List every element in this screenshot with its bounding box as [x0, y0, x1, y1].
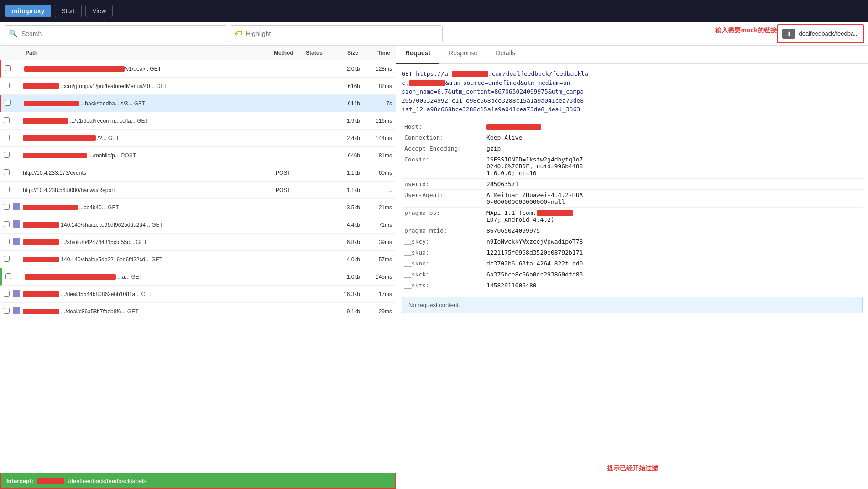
row-method: POST	[276, 187, 308, 193]
detail-content: GET https://a..com/dealfeedback/feedback…	[396, 64, 868, 489]
row-time: 144ms	[360, 135, 392, 141]
row-checkbox[interactable]	[4, 187, 13, 194]
row-time: 71ms	[360, 222, 392, 228]
row-checkbox[interactable]	[4, 169, 13, 177]
row-size: 1.0kb	[335, 274, 360, 280]
header-key: __skcy:	[402, 236, 484, 247]
row-path: 140.140/shaitu/5db2216ee6fd22cd... GET	[23, 256, 276, 263]
intercept-section: ⏸ dealfeedback/feedba...	[777, 24, 864, 43]
row-size: 16.3kb	[335, 291, 360, 297]
col-header-size: Size	[333, 50, 358, 56]
row-path: .com/group/v1/poi/featuredMenus/40... GE…	[23, 83, 276, 89]
table-row[interactable]: .../v1/deal/recomm...colla... GET 1.9kb …	[0, 112, 396, 130]
row-checkbox[interactable]	[4, 239, 13, 246]
row-size: 9.1kb	[335, 308, 360, 315]
header-value: Keep-Alive	[484, 132, 863, 143]
row-size: 4.4kb	[335, 222, 360, 228]
header-value: df3702b6-63fa-4264-822f-bd0	[484, 258, 863, 269]
header-value: gzip	[484, 143, 863, 154]
table-row[interactable]: .../shaitu/b424744315cfd55c... GET 6.8kb…	[0, 234, 396, 251]
brand-button[interactable]: mitmproxy	[5, 5, 51, 17]
header-key: __skts:	[402, 280, 484, 291]
tab-request[interactable]: Request	[396, 46, 439, 64]
row-time: 60ms	[360, 170, 392, 176]
traffic-panel: Path Method Status Size Time /v1/deal/..…	[0, 46, 396, 489]
header-key: __skua:	[402, 247, 484, 258]
header-key: User-Agent:	[402, 189, 484, 207]
header-row-connection: Connection: Keep-Alive	[402, 132, 863, 143]
row-checkbox[interactable]	[5, 65, 14, 73]
row-path: http://10.4.238.56:8080/hanwu/Report	[23, 187, 276, 193]
row-icon	[13, 220, 23, 229]
row-size: 1.9kb	[335, 118, 360, 124]
header-key: Cookie:	[402, 154, 484, 178]
row-checkbox[interactable]	[5, 100, 14, 107]
row-icon	[13, 307, 23, 316]
detail-tabs: Request Response Details	[396, 46, 868, 64]
traffic-header: Path Method Status Size Time	[0, 46, 396, 60]
table-row[interactable]: .../deal/c86a58b7faeb8f6... GET 9.1kb 29…	[0, 303, 396, 320]
main-content: Path Method Status Size Time /v1/deal/..…	[0, 46, 868, 489]
header-row-host: Host:	[402, 121, 863, 132]
view-nav-button[interactable]: View	[85, 5, 113, 17]
table-row[interactable]: /v1/deal/...GET 2.0kb 128ms	[0, 60, 396, 78]
row-checkbox[interactable]	[4, 221, 13, 229]
row-time: 17ms	[360, 291, 392, 297]
pause-button[interactable]: ⏸	[782, 29, 795, 39]
search-input[interactable]	[21, 30, 222, 37]
row-size: 1.1kb	[335, 170, 360, 176]
search-section: 🔍	[4, 25, 227, 42]
header-row-skcy: __skcy: n9IoNwckkYWxzcejVpwadipoT78	[402, 236, 863, 247]
row-path: /?... GET	[23, 135, 276, 141]
table-row[interactable]: http://10.4.238.56:8080/hanwu/Report POS…	[0, 182, 396, 199]
header-row-accept-encoding: Accept-Encoding: gzip	[402, 143, 863, 154]
row-time: 21ms	[360, 204, 392, 211]
highlight-section: 🏷	[230, 25, 443, 42]
row-method: POST	[276, 170, 308, 176]
row-checkbox[interactable]	[4, 152, 13, 159]
no-content-box: No request content.	[402, 297, 863, 313]
row-size: 616b	[335, 83, 360, 89]
row-checkbox[interactable]	[4, 291, 13, 298]
row-time: 7s	[360, 100, 392, 107]
row-time: 29ms	[360, 308, 392, 315]
table-row[interactable]: .../deal/f5544b80862ebb1081a... GET 16.3…	[0, 286, 396, 303]
start-nav-button[interactable]: Start	[55, 5, 82, 17]
row-time: 82ms	[360, 83, 392, 89]
row-time: 128ms	[360, 66, 392, 72]
row-path: .../deal/c86a58b7faeb8f6... GET	[23, 308, 276, 315]
detail-panel: Request Response Details GET https://a..…	[396, 46, 868, 489]
table-row[interactable]: ...a... GET 1.0kb 145ms	[0, 268, 396, 286]
table-row[interactable]: ...cb4b40... GET 3.5kb 21ms	[0, 199, 396, 216]
row-checkbox[interactable]	[4, 83, 13, 90]
header-key: userid:	[402, 178, 484, 189]
row-icon	[13, 238, 23, 246]
row-checkbox[interactable]	[4, 135, 13, 142]
tab-details[interactable]: Details	[486, 46, 524, 64]
header-value: 285063571	[484, 178, 863, 189]
header-value: n9IoNwckkYWxzcejVpwadipoT78	[484, 236, 863, 247]
row-time: 145ms	[360, 274, 392, 280]
table-row[interactable]: http://10.4.233.173/events POST 1.1kb 60…	[0, 164, 396, 182]
row-time: 39ms	[360, 239, 392, 245]
tab-response[interactable]: Response	[439, 46, 486, 64]
table-row[interactable]: ...back/feedba...ls/3... GET 611b 7s	[0, 95, 396, 112]
table-row[interactable]: 140.140/shaitu/5db2216ee6fd22cd... GET 4…	[0, 251, 396, 268]
row-checkbox[interactable]	[4, 256, 13, 263]
table-row[interactable]: 140.140/shaitu...e96df9625dda2d4... GET …	[0, 216, 396, 234]
row-size: 3.5kb	[335, 204, 360, 211]
col-header-method: Method	[274, 50, 306, 56]
row-checkbox[interactable]	[5, 273, 15, 281]
row-size: 2.0kb	[335, 66, 360, 72]
header-row-user-agent: User-Agent: AiMeiTuan /Huawei-4.4.2-HUA0…	[402, 189, 863, 207]
header-key: pragma-os:	[402, 207, 484, 225]
row-checkbox[interactable]	[4, 204, 13, 211]
table-row[interactable]: .com/group/v1/poi/featuredMenus/40... GE…	[0, 78, 396, 95]
highlight-input[interactable]	[246, 30, 438, 37]
row-checkbox[interactable]	[4, 117, 13, 125]
row-checkbox[interactable]	[4, 308, 13, 315]
table-row[interactable]: /?... GET 2.4kb 144ms	[0, 130, 396, 147]
header-value: 1221175f0968d3520e08792b171	[484, 247, 863, 258]
header-value	[484, 121, 863, 132]
table-row[interactable]: .../mobile/p... POST 646b 81ms	[0, 147, 396, 164]
